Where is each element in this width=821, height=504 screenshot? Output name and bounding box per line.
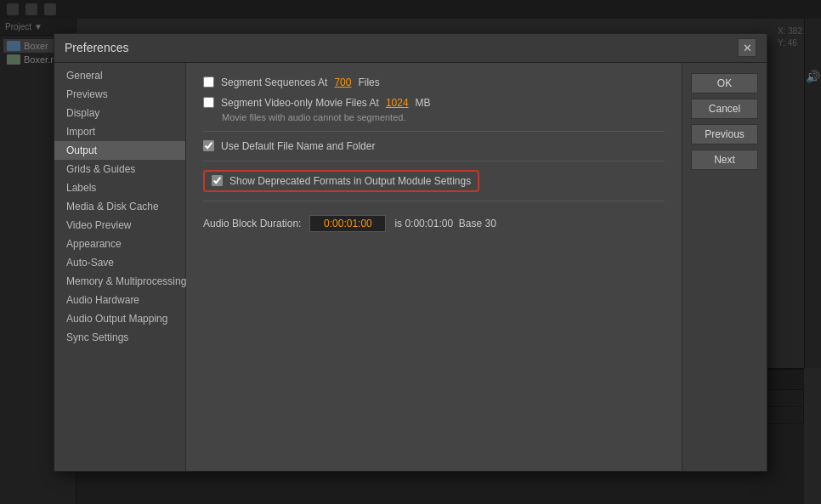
show-deprecated-label: Show Deprecated Formats in Output Module…: [229, 175, 471, 187]
nav-item-previews[interactable]: Previews: [54, 85, 185, 104]
nav-item-audio-output-mapping[interactable]: Audio Output Mapping: [54, 309, 185, 328]
audio-block-label: Audio Block Duration:: [203, 218, 301, 229]
dialog-overlay: Preferences ✕ General Previews Display I…: [0, 0, 821, 504]
nav-item-video-preview[interactable]: Video Preview: [54, 216, 185, 235]
divider-2: [203, 161, 665, 161]
segment-sequences-unit: Files: [358, 76, 379, 88]
segment-video-value: 1024: [386, 97, 409, 109]
dialog-title: Preferences: [65, 41, 128, 54]
divider-1: [203, 131, 665, 132]
nav-item-labels[interactable]: Labels: [54, 178, 185, 197]
nav-panel: General Previews Display Import Output G…: [54, 63, 186, 471]
segment-note: Movie files with audio cannot be segment…: [222, 112, 665, 122]
dialog-body: General Previews Display Import Output G…: [54, 63, 767, 471]
previous-button[interactable]: Previous: [691, 124, 758, 144]
segment-sequences-checkbox[interactable]: [203, 76, 214, 88]
divider-3: [203, 201, 665, 201]
button-panel: OK Cancel Previous Next: [682, 63, 767, 471]
nav-item-output[interactable]: Output: [54, 141, 185, 160]
nav-item-media-disk-cache[interactable]: Media & Disk Cache: [54, 197, 185, 216]
audio-block-row: Audio Block Duration: is 0:00:01:00 Base…: [203, 215, 665, 232]
audio-block-is: is 0:00:01:00 Base 30: [394, 218, 495, 229]
cancel-button[interactable]: Cancel: [691, 99, 758, 119]
segment-video-unit: MB: [416, 97, 431, 109]
segment-sequences-value: 700: [334, 76, 351, 88]
use-default-row: Use Default File Name and Folder: [203, 140, 665, 152]
segment-video-row: Segment Video-only Movie Files At 1024 M…: [203, 97, 665, 109]
show-deprecated-row: Show Deprecated Formats in Output Module…: [203, 170, 479, 192]
use-default-checkbox[interactable]: [203, 140, 214, 151]
nav-item-general[interactable]: General: [54, 66, 185, 85]
nav-item-auto-save[interactable]: Auto-Save: [54, 253, 185, 272]
segment-sequences-row: Segment Sequences At 700 Files: [203, 76, 665, 88]
next-button[interactable]: Next: [691, 150, 758, 170]
nav-item-memory[interactable]: Memory & Multiprocessing: [54, 272, 185, 291]
segment-video-label: Segment Video-only Movie Files At: [221, 97, 379, 109]
nav-item-display[interactable]: Display: [54, 104, 185, 122]
ok-button[interactable]: OK: [691, 73, 758, 93]
close-button[interactable]: ✕: [738, 38, 756, 57]
show-deprecated-container: Show Deprecated Formats in Output Module…: [203, 170, 665, 192]
nav-item-appearance[interactable]: Appearance: [54, 235, 185, 253]
dialog-titlebar: Preferences ✕: [54, 34, 767, 63]
audio-block-input[interactable]: [309, 215, 386, 232]
show-deprecated-checkbox[interactable]: [212, 175, 223, 186]
nav-item-import[interactable]: Import: [54, 122, 185, 141]
segment-video-checkbox[interactable]: [203, 97, 214, 108]
content-area: Segment Sequences At 700 Files Segment V…: [186, 63, 682, 471]
use-default-label: Use Default File Name and Folder: [221, 140, 375, 152]
nav-item-audio-hardware[interactable]: Audio Hardware: [54, 291, 185, 309]
nav-item-sync-settings[interactable]: Sync Settings: [54, 328, 185, 347]
nav-item-grids[interactable]: Grids & Guides: [54, 160, 185, 178]
preferences-dialog: Preferences ✕ General Previews Display I…: [54, 33, 767, 472]
segment-sequences-label: Segment Sequences At: [221, 76, 327, 88]
